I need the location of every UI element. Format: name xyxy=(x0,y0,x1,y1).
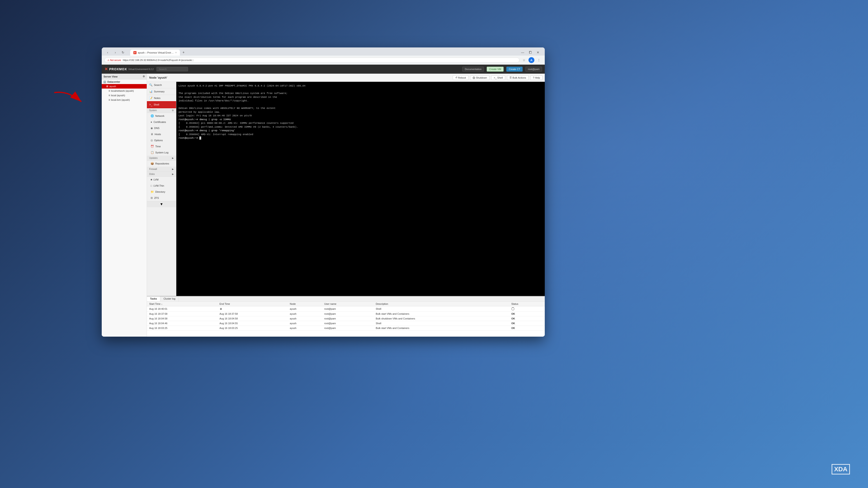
nav-item-lvm[interactable]: ■ LVM xyxy=(147,177,176,183)
tab-tasks[interactable]: Tasks xyxy=(147,296,160,301)
shell-label: Shell xyxy=(497,76,503,79)
bottom-tabs: Tasks Cluster log xyxy=(147,296,545,302)
terminal-line-4: individual files in /usr/share/doc/*/cop… xyxy=(179,99,542,103)
row1-status: OK xyxy=(509,312,545,316)
nav-item-notes[interactable]: 📝 Notes xyxy=(147,95,176,101)
annotation-arrow xyxy=(50,88,95,115)
shutdown-button[interactable]: ⏻ Shutdown xyxy=(470,75,489,80)
bulk-actions-button[interactable]: ☰ Bulk Actions xyxy=(507,75,528,80)
nav-scroll-down[interactable]: ▼ xyxy=(147,201,176,207)
nav-forward-button[interactable]: › xyxy=(112,49,119,56)
terminal-cursor xyxy=(199,136,201,140)
tab-cluster-log[interactable]: Cluster log xyxy=(160,296,179,301)
nav-refresh-button[interactable]: ↻ xyxy=(120,49,126,56)
col-desc[interactable]: Description xyxy=(373,302,509,306)
row4-end: Aug 16 18:03:25 xyxy=(217,326,287,330)
notes-nav-label: Notes xyxy=(154,97,160,99)
nav-section-firewall[interactable]: Firewall ▶ xyxy=(147,167,176,172)
repos-nav-label: Repositories xyxy=(155,162,169,165)
nav-section-updates[interactable]: Updates ▶ xyxy=(147,156,176,161)
terminal-line-1 xyxy=(179,88,542,92)
localnetwork-icon: ≡ xyxy=(108,89,110,92)
help-button[interactable]: ? Help xyxy=(530,75,542,80)
documentation-button[interactable]: Documentation xyxy=(462,67,484,72)
nav-item-network[interactable]: 🌐 Network xyxy=(147,113,176,119)
nav-item-repos[interactable]: 📦 Repositories xyxy=(147,161,176,167)
terminal-line-2: The programs included with the Debian GN… xyxy=(179,92,542,95)
sidebar-item-ayush[interactable]: 🖥 ayush xyxy=(102,84,147,89)
sidebar: Server View ⚙ 🏢 Datacenter 🖥 ayush ≡ loc… xyxy=(102,74,147,337)
row3-status: OK xyxy=(509,321,545,326)
table-row-0[interactable]: Aug 16 18:40:01 🖥 ayush root@pam Shell xyxy=(147,306,545,312)
tab-close-button[interactable]: × xyxy=(175,51,177,54)
header-search-input[interactable] xyxy=(156,67,188,71)
sidebar-item-datacenter[interactable]: 🏢 Datacenter xyxy=(102,79,147,84)
proxmox-body: Server View ⚙ 🏢 Datacenter 🖥 ayush ≡ loc… xyxy=(102,74,545,337)
nav-item-directory[interactable]: 📁 Directory xyxy=(147,189,176,195)
reboot-button[interactable]: ↺ Reboot xyxy=(453,75,468,80)
create-vm-button[interactable]: Create VM xyxy=(487,67,504,72)
nav-back-button[interactable]: ‹ xyxy=(104,49,111,56)
tab-bar: P ayush – Proxmox Virtual Enviro... × + xyxy=(127,49,189,56)
bookmark-button[interactable]: ☆ xyxy=(521,57,527,63)
profile-button[interactable]: A xyxy=(528,57,534,63)
table-row-3[interactable]: Aug 16 18:04:46 Aug 16 18:04:55 ayush ro… xyxy=(147,321,545,326)
node-title: Node 'ayush' xyxy=(149,76,451,79)
window-maximize-button[interactable]: ⧠ xyxy=(527,49,533,56)
shutdown-icon: ⏻ xyxy=(473,76,475,79)
table-row-1[interactable]: Aug 16 18:37:58 Aug 16 18:37:58 ayush ro… xyxy=(147,312,545,316)
updates-section-icon: ▶ xyxy=(172,157,174,159)
shell-toolbar-button[interactable]: >_ Shell xyxy=(491,75,505,80)
row2-end: Aug 16 18:04:58 xyxy=(217,316,287,321)
system-section-icon: ⚙ xyxy=(172,109,174,111)
nav-section-system[interactable]: System ⚙ xyxy=(147,108,176,113)
local-icon: ≡ xyxy=(108,94,110,97)
nav-item-lvmthin[interactable]: □ LVM-Thin xyxy=(147,183,176,189)
more-button[interactable]: ⋮ xyxy=(536,57,542,63)
shell-icon: >_ xyxy=(494,76,497,79)
nav-item-certificates[interactable]: ● Certificates xyxy=(147,119,176,125)
user-menu-button[interactable]: root@pam xyxy=(525,67,542,72)
terminal[interactable]: Linux ayush 6.8.4-2-pve #1 SMP PREEMPT_D… xyxy=(176,82,545,296)
nav-item-time[interactable]: ⏰ Time xyxy=(147,143,176,150)
col-node[interactable]: Node xyxy=(287,302,322,306)
nav-item-options[interactable]: ◎ Options xyxy=(147,137,176,143)
nav-item-hosts[interactable]: 🖥 Hosts xyxy=(147,131,176,137)
col-user[interactable]: User name xyxy=(322,302,373,306)
cert-nav-label: Certificates xyxy=(153,121,166,123)
security-icon: ⚠ xyxy=(107,59,110,61)
window-close-button[interactable]: ✕ xyxy=(535,49,541,56)
nav-item-shell[interactable]: >_ Shell xyxy=(147,101,176,108)
nav-item-search[interactable]: 🔍 Search xyxy=(147,82,176,88)
proxmox-logo-text: PROXMOX xyxy=(109,67,127,71)
terminal-line-3: the exact distribution terms for each pr… xyxy=(179,95,542,99)
sidebar-item-localnetwork[interactable]: ≡ localnetwork (ayush) xyxy=(102,89,147,93)
sidebar-item-locallvm[interactable]: ≡ local-lvm (ayush) xyxy=(102,98,147,102)
dir-nav-icon: 📁 xyxy=(151,190,154,193)
datacenter-label: Datacenter xyxy=(107,80,120,83)
terminal-line-5 xyxy=(179,103,542,107)
window-minimize-button[interactable]: — xyxy=(520,49,526,56)
nav-item-dns[interactable]: ◉ DNS xyxy=(147,125,176,131)
address-bar[interactable]: ⚠ Not secure https://192.168.29.32:8006/… xyxy=(104,58,520,63)
nav-item-zfs[interactable]: ⊞ ZFS xyxy=(147,195,176,201)
syslog-nav-icon: 📋 xyxy=(151,151,154,154)
nav-item-syslog[interactable]: 📋 System Log xyxy=(147,150,176,156)
nav-item-summary[interactable]: 📊 Summary xyxy=(147,88,176,95)
col-end-time[interactable]: End Time xyxy=(217,302,287,306)
lvm-nav-label: LVM xyxy=(153,178,158,181)
nav-section-disks[interactable]: Disks ▶ xyxy=(147,172,176,177)
table-row-4[interactable]: Aug 16 18:03:25 Aug 16 18:03:25 ayush ro… xyxy=(147,326,545,330)
create-ct-button[interactable]: Create CT xyxy=(506,67,523,72)
proxmox-logo: ✕ PROXMOX Virtual Environment 8.2.2 xyxy=(104,67,154,72)
sidebar-gear-icon[interactable]: ⚙ xyxy=(143,75,145,78)
table-row-2[interactable]: Aug 16 18:04:58 Aug 16 18:04:58 ayush ro… xyxy=(147,316,545,321)
sidebar-item-local[interactable]: ≡ local (ayush) xyxy=(102,93,147,98)
row2-start: Aug 16 18:04:58 xyxy=(147,316,217,321)
new-tab-button[interactable]: + xyxy=(180,49,187,56)
browser-tab-proxmox[interactable]: P ayush – Proxmox Virtual Enviro... × xyxy=(130,50,180,56)
security-badge: ⚠ Not secure xyxy=(107,59,121,61)
col-status[interactable]: Status xyxy=(509,302,545,306)
options-nav-icon: ◎ xyxy=(151,139,153,142)
col-start-time[interactable]: Start Time ↓ xyxy=(147,302,217,306)
